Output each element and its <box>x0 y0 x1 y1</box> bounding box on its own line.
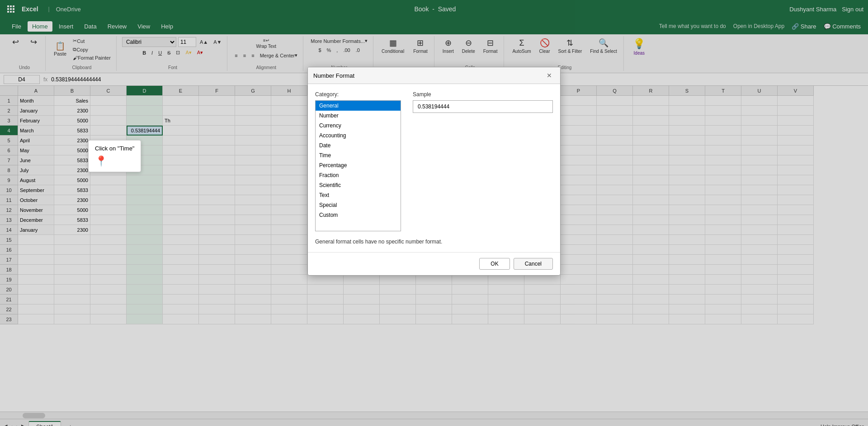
annotation-text: Click on "Time" <box>95 145 134 152</box>
category-item-time[interactable]: Time <box>316 150 401 160</box>
category-label: Category: <box>315 91 406 98</box>
dialog-footer: OK Cancel <box>308 252 560 275</box>
dialog-category-col: Category: GeneralNumberCurrencyAccountin… <box>315 91 406 231</box>
category-item-number[interactable]: Number <box>316 111 401 121</box>
dialog-title-bar: Number Format ✕ <box>308 67 560 84</box>
category-item-text[interactable]: Text <box>316 190 401 200</box>
category-item-fraction[interactable]: Fraction <box>316 170 401 180</box>
sample-box: 0.538194444 <box>413 100 553 113</box>
category-item-custom[interactable]: Custom <box>316 210 401 220</box>
category-item-scientific[interactable]: Scientific <box>316 180 401 190</box>
dialog-description: General format cells have no specific nu… <box>315 239 553 245</box>
dialog-sample-col: Sample 0.538194444 <box>413 91 553 231</box>
dialog-title: Number Format <box>313 72 354 79</box>
category-list[interactable]: GeneralNumberCurrencyAccountingDateTimeP… <box>315 100 401 231</box>
cancel-button[interactable]: Cancel <box>514 258 553 270</box>
annotation-tooltip: Click on "Time" 📍 <box>88 140 141 172</box>
category-item-special[interactable]: Special <box>316 200 401 210</box>
dialog-close-button[interactable]: ✕ <box>544 71 555 80</box>
category-item-currency[interactable]: Currency <box>316 121 401 131</box>
category-item-percentage[interactable]: Percentage <box>316 160 401 170</box>
category-item-accounting[interactable]: Accounting <box>316 131 401 140</box>
modal-overlay: Number Format ✕ Category: GeneralNumberC… <box>0 0 868 426</box>
cursor-icon: 📍 <box>95 155 134 167</box>
sample-label: Sample <box>413 91 553 98</box>
category-item-date[interactable]: Date <box>316 140 401 150</box>
number-format-dialog: Number Format ✕ Category: GeneralNumberC… <box>307 67 561 276</box>
category-item-general[interactable]: General <box>316 101 401 111</box>
dialog-row-main: Category: GeneralNumberCurrencyAccountin… <box>315 91 553 231</box>
dialog-body: Category: GeneralNumberCurrencyAccountin… <box>308 84 560 252</box>
ok-button[interactable]: OK <box>479 258 509 270</box>
